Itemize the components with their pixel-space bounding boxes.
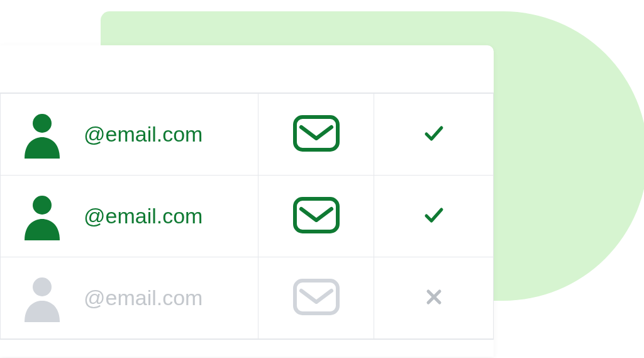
email-text: @email.com [84, 286, 203, 310]
envelope-icon[interactable] [292, 196, 340, 234]
table-continuation-strip [0, 339, 494, 357]
person-icon [18, 193, 66, 240]
email-text: @email.com [84, 204, 203, 228]
cross-icon [423, 299, 445, 310]
envelope-icon [292, 278, 340, 316]
check-icon [423, 218, 445, 228]
email-text: @email.com [84, 122, 203, 147]
table-row[interactable]: @email.com [1, 94, 494, 176]
svg-rect-3 [295, 199, 338, 232]
check-icon [423, 136, 445, 147]
svg-point-2 [33, 196, 52, 215]
table-row: @email.com [1, 257, 494, 339]
envelope-icon[interactable] [292, 115, 340, 152]
card-header-space [0, 45, 494, 93]
svg-rect-1 [295, 117, 338, 150]
email-list-card: @email.com [0, 45, 494, 357]
svg-point-0 [33, 114, 52, 133]
person-icon [18, 274, 66, 322]
svg-rect-5 [295, 281, 338, 313]
email-table: @email.com [0, 93, 494, 339]
table-row[interactable]: @email.com [1, 176, 494, 257]
person-icon [18, 111, 66, 159]
svg-point-4 [33, 277, 52, 296]
